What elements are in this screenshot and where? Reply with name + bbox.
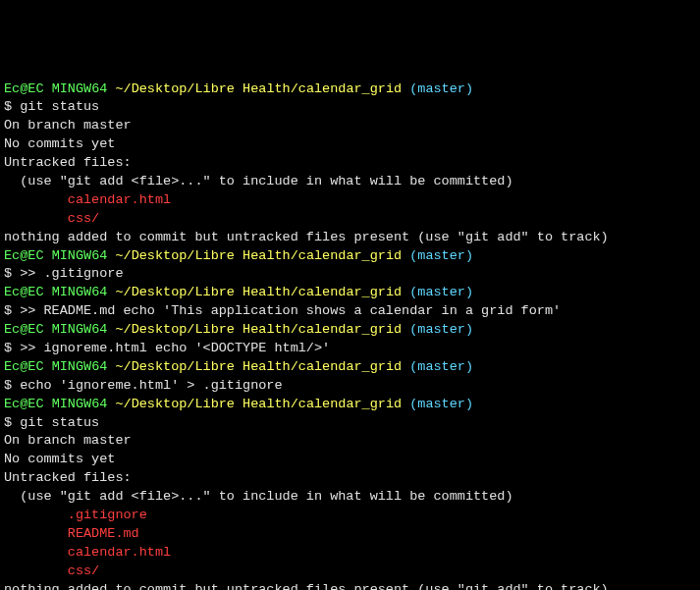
prompt-line: Ec@EC MINGW64 ~/Desktop/Libre Health/cal…: [4, 284, 696, 302]
prompt-line: Ec@EC MINGW64 ~/Desktop/Libre Health/cal…: [4, 80, 696, 99]
output-line: Untracked files:: [4, 154, 696, 173]
prompt-line: Ec@EC MINGW64 ~/Desktop/Libre Health/cal…: [4, 358, 696, 377]
prompt-line: Ec@EC MINGW64 ~/Desktop/Libre Health/cal…: [4, 396, 696, 414]
output-line: On branch master: [4, 432, 696, 451]
output-line: nothing added to commit but untracked fi…: [4, 581, 696, 590]
output-line: No commits yet: [4, 451, 696, 469]
prompt-line: Ec@EC MINGW64 ~/Desktop/Libre Health/cal…: [4, 247, 696, 266]
output-line: No commits yet: [4, 135, 696, 154]
command-line: $ >> ignoreme.html echo '<DOCTYPE html/>…: [4, 340, 696, 358]
output-line: On branch master: [4, 117, 696, 135]
terminal-output[interactable]: Ec@EC MINGW64 ~/Desktop/Libre Health/cal…: [4, 80, 696, 590]
untracked-file: calendar.html: [4, 191, 696, 210]
command-line: $ git status: [4, 414, 696, 433]
command-line: $ echo 'ignoreme.html' > .gitignore: [4, 377, 696, 396]
output-line: nothing added to commit but untracked fi…: [4, 229, 696, 247]
output-line: (use "git add <file>..." to include in w…: [4, 488, 696, 507]
untracked-file: calendar.html: [4, 544, 696, 563]
untracked-file: css/: [4, 210, 696, 229]
command-line: $ >> .gitignore: [4, 265, 696, 284]
untracked-file: .gitignore: [4, 507, 696, 525]
output-line: Untracked files:: [4, 469, 696, 488]
untracked-file: css/: [4, 563, 696, 581]
prompt-line: Ec@EC MINGW64 ~/Desktop/Libre Health/cal…: [4, 321, 696, 340]
output-line: (use "git add <file>..." to include in w…: [4, 173, 696, 191]
untracked-file: README.md: [4, 525, 696, 544]
command-line: $ >> README.md echo 'This application sh…: [4, 302, 696, 321]
command-line: $ git status: [4, 98, 696, 117]
